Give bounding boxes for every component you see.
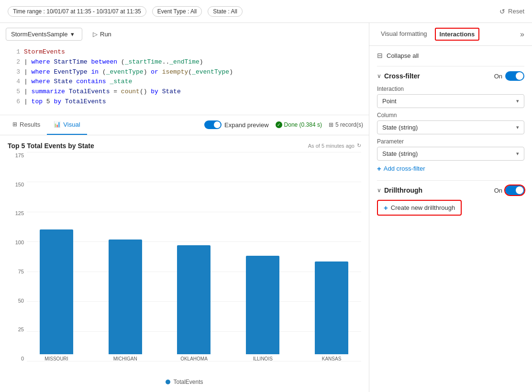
- parameter-value: State (string): [382, 150, 418, 157]
- code-token: _endTime: [169, 58, 199, 65]
- column-select[interactable]: State (string) ▾: [377, 120, 524, 134]
- time-range-filter[interactable]: Time range : 10/01/07 at 11:35 - 10/31/0…: [8, 6, 146, 17]
- code-token: in: [91, 68, 99, 76]
- tab-interactions[interactable]: Interactions: [435, 28, 480, 41]
- bar[interactable]: [109, 240, 142, 354]
- drillthrough-toggle-switch[interactable]: [505, 185, 524, 195]
- add-cross-filter-button[interactable]: + Add cross-filter: [377, 164, 524, 173]
- code-token: contains: [76, 78, 106, 85]
- bar-label: MICHIGAN: [113, 356, 137, 361]
- parameter-select[interactable]: State (string) ▾: [377, 147, 524, 161]
- cross-filter-header: ∨ Cross-filter On: [377, 71, 524, 81]
- code-content: | where EventType in (_eventType) or ise…: [24, 67, 233, 77]
- bar[interactable]: [40, 229, 73, 354]
- code-token: ): [229, 68, 233, 76]
- records-badge: ⊞ 5 record(s): [329, 121, 363, 128]
- code-token: |: [24, 58, 32, 65]
- chevron-icon: ▾: [516, 124, 519, 131]
- code-token: State: [162, 88, 181, 95]
- grid-line: [27, 152, 361, 152]
- chevron-down-icon-2[interactable]: ∨: [377, 187, 381, 194]
- bar-group[interactable]: MICHIGAN: [109, 240, 142, 361]
- bar-label: KANSAS: [322, 356, 342, 361]
- code-token: where: [32, 58, 54, 65]
- y-label: 50: [8, 298, 24, 304]
- code-token: |: [24, 68, 32, 76]
- rp-body: ⊟ Collapse all ∨ Cross-filter On Interac…: [369, 46, 532, 392]
- code-token: (: [117, 58, 125, 65]
- grid-line: [27, 212, 361, 212]
- bars-container: MISSOURIMICHIGANOKLAHOMAILLINOISKANSAS: [27, 229, 361, 361]
- run-icon: ▷: [93, 31, 98, 38]
- code-token: by: [54, 98, 65, 105]
- code-token: or: [151, 68, 162, 76]
- code-token: where: [32, 78, 54, 85]
- code-line: 2| where StartTime between (_startTime..…: [11, 57, 357, 67]
- event-type-filter[interactable]: Event Type : All: [152, 6, 202, 17]
- y-label: 175: [8, 152, 24, 158]
- expand-panel-icon[interactable]: »: [520, 30, 524, 39]
- run-button[interactable]: ▷ Run: [87, 28, 117, 40]
- cross-filter-toggle-label: On: [494, 73, 502, 80]
- code-token: ): [200, 58, 203, 65]
- code-token: _startTime: [125, 58, 162, 65]
- tabs-bar: ⊞ Results 📊 Visual Expand preview ✓ Done…: [0, 115, 369, 135]
- chart-title-row: Top 5 Total Events by State As of 5 minu…: [8, 142, 361, 150]
- collapse-all-label: Collapse all: [387, 52, 419, 59]
- code-token: ..: [162, 58, 170, 65]
- bar-group[interactable]: KANSAS: [315, 261, 348, 361]
- bar-group[interactable]: ILLINOIS: [246, 256, 279, 361]
- collapse-all-row[interactable]: ⊟ Collapse all: [377, 52, 524, 59]
- create-drillthrough-button[interactable]: + Create new drillthrough: [377, 200, 462, 216]
- tab-visual-formatting[interactable]: Visual formatting: [377, 28, 431, 40]
- expand-toggle-switch[interactable]: [204, 120, 222, 129]
- reset-button[interactable]: ↺ Reset: [499, 8, 524, 15]
- bar-group[interactable]: MISSOURI: [40, 229, 73, 361]
- left-panel: StormEventsSample ▾ ▷ Run 1StormEvents2|…: [0, 23, 369, 392]
- refresh-icon[interactable]: ↻: [357, 142, 361, 149]
- code-token: 5: [46, 98, 54, 105]
- state-filter[interactable]: State : All: [208, 6, 243, 17]
- y-axis: 0255075100125150175: [8, 152, 26, 361]
- interaction-select[interactable]: Point ▾: [377, 94, 524, 108]
- code-token: _state: [110, 78, 132, 85]
- bar[interactable]: [246, 256, 279, 354]
- records-icon: ⊞: [329, 121, 333, 128]
- chart-icon: 📊: [54, 121, 61, 128]
- bar[interactable]: [315, 261, 348, 354]
- code-line: 4| where State contains _state: [11, 77, 357, 87]
- legend-dot: [166, 380, 170, 384]
- run-label: Run: [100, 31, 111, 38]
- y-label: 125: [8, 210, 24, 216]
- bar-label: MISSOURI: [44, 356, 68, 361]
- section-title-row-2: ∨ Drillthrough: [377, 186, 422, 194]
- line-number: 4: [11, 77, 20, 87]
- main-layout: StormEventsSample ▾ ▷ Run 1StormEvents2|…: [0, 23, 532, 392]
- drillthrough-title: Drillthrough: [384, 186, 422, 194]
- line-number: 3: [11, 67, 20, 77]
- code-content: StormEvents: [24, 47, 65, 57]
- code-token: |: [24, 78, 32, 85]
- code-token: count: [121, 88, 140, 95]
- cross-filter-toggle-switch[interactable]: [505, 71, 524, 81]
- drillthrough-header: ∨ Drillthrough On: [377, 185, 524, 195]
- bar[interactable]: [177, 245, 211, 354]
- expand-preview-toggle[interactable]: Expand preview: [204, 120, 269, 129]
- database-select[interactable]: StormEventsSample ▾: [6, 28, 82, 41]
- tabs-right: Expand preview ✓ Done (0.384 s) ⊞ 5 reco…: [204, 120, 363, 129]
- tab-visual[interactable]: 📊 Visual: [47, 115, 87, 135]
- tab-results-label: Results: [20, 121, 40, 128]
- chevron-down-icon[interactable]: ∨: [377, 73, 381, 79]
- tab-results[interactable]: ⊞ Results: [6, 115, 47, 135]
- code-token: |: [24, 98, 32, 105]
- code-token: StormEvents: [24, 48, 65, 55]
- create-drillthrough-label: Create new drillthrough: [391, 204, 455, 211]
- code-token: State: [54, 78, 76, 85]
- code-token: |: [24, 88, 32, 95]
- bar-group[interactable]: OKLAHOMA: [177, 245, 211, 361]
- bar-label: ILLINOIS: [253, 356, 273, 361]
- done-badge: ✓ Done (0.384 s): [276, 121, 322, 128]
- create-drillthrough-wrapper: + Create new drillthrough: [377, 200, 524, 216]
- query-area: StormEventsSample ▾ ▷ Run 1StormEvents2|…: [0, 23, 369, 115]
- reset-label: Reset: [508, 8, 524, 15]
